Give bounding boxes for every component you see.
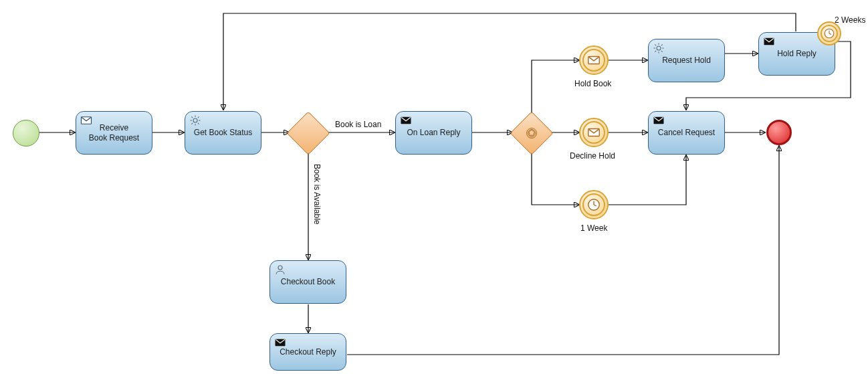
svg-line-21: [661, 44, 663, 45]
end-event: [766, 120, 792, 145]
task-get-book-status: Get Book Status: [185, 111, 261, 155]
task-label: Checkout Book: [276, 277, 340, 287]
gear-icon: [653, 42, 665, 54]
task-label: Hold Reply: [764, 49, 829, 59]
gear-icon: [189, 114, 201, 126]
envelope-filled-icon: [653, 114, 665, 126]
svg-line-19: [661, 51, 663, 52]
svg-marker-26: [529, 130, 534, 135]
svg-point-13: [657, 46, 661, 50]
edge-label-book-is-loan: Book is Loan: [335, 120, 381, 129]
svg-line-18: [655, 44, 656, 45]
envelope-icon: [586, 125, 601, 140]
envelope-icon: [586, 53, 601, 68]
task-label: Get Book Status: [191, 128, 255, 138]
edge-label-book-is-available: Book is Available: [312, 164, 322, 225]
svg-point-1: [193, 118, 197, 122]
svg-line-20: [655, 51, 656, 52]
envelope-filled-icon: [274, 337, 286, 349]
svg-point-11: [278, 266, 282, 270]
event-label: 1 Week: [580, 223, 607, 233]
envelope-filled-icon: [400, 114, 412, 126]
event-based-gateway: [510, 111, 553, 155]
event-hold-book: [579, 45, 609, 75]
event-one-week: [579, 190, 609, 219]
svg-line-7: [198, 123, 199, 124]
svg-line-6: [191, 116, 193, 118]
connectors-layer: [0, 0, 868, 374]
task-checkout-book: Checkout Book: [269, 260, 346, 304]
clock-icon: [823, 27, 835, 39]
event-two-weeks-boundary: [817, 21, 841, 45]
exclusive-gateway: [286, 111, 330, 155]
task-label: On Loan Reply: [401, 128, 466, 138]
task-receive-book-request: ReceiveBook Request: [76, 111, 152, 155]
task-on-loan-reply: On Loan Reply: [395, 111, 472, 155]
clock-icon: [586, 197, 601, 212]
event-label: Hold Book: [574, 79, 611, 88]
task-cancel-request: Cancel Request: [648, 111, 725, 155]
task-request-hold: Request Hold: [648, 39, 725, 82]
event-decline-hold: [579, 118, 609, 147]
event-label: Decline Hold: [570, 151, 615, 161]
user-icon: [274, 264, 286, 276]
task-label: Cancel Request: [654, 128, 719, 138]
task-checkout-reply: Checkout Reply: [269, 333, 346, 371]
envelope-icon: [80, 114, 92, 126]
svg-line-9: [198, 116, 199, 118]
start-event: [13, 120, 39, 147]
svg-line-8: [191, 123, 193, 124]
envelope-filled-icon: [763, 35, 775, 48]
event-label: 2 Weeks: [835, 15, 865, 25]
task-label: Request Hold: [654, 56, 719, 66]
